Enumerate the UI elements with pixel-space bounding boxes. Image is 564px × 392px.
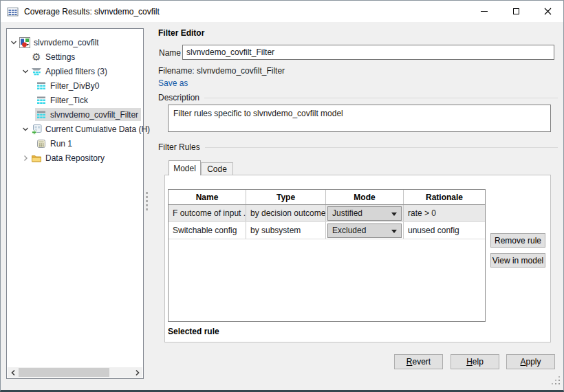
panel-splitter[interactable] [146,192,148,210]
chevron-expanded-icon[interactable] [20,124,30,134]
description-group-label: Description [158,93,558,102]
table-header-row: Name Type Mode Rationale [169,190,485,205]
scrollbar-track[interactable] [18,367,132,378]
rule-name-cell[interactable]: Switchable config [169,222,246,239]
app-table-icon [7,6,19,17]
col-header-name: Name [169,190,246,204]
scroll-left-icon[interactable] [8,367,18,378]
save-as-link[interactable]: Save as [158,78,188,88]
rule-rationale-cell[interactable]: rate > 0 [404,205,485,221]
maximize-button[interactable] [500,1,532,22]
rule-mode-cell: Excluded [326,222,404,239]
chevron-expanded-icon[interactable] [8,37,19,47]
tree-item-label: Run 1 [50,139,72,149]
selected-rule-label: Selected rule [168,327,219,336]
rule-type-cell[interactable]: by decision outcome [246,205,326,221]
filter-rules-group-label: Filter Rules [158,142,558,152]
chevron-spacer [20,52,30,62]
tree-item-run-1[interactable]: Run 1 [7,136,143,151]
tree-horizontal-scrollbar[interactable] [8,367,142,378]
applied-filters-icon [31,66,42,77]
col-header-type: Type [246,190,326,204]
chevron-down-icon [391,213,397,216]
tree-item-label: Applied filters (3) [45,67,107,76]
chevron-expanded-icon[interactable] [20,66,30,76]
divider [204,98,558,98]
filter-editor-heading: Filter Editor [158,28,204,38]
filter-icon [36,95,47,106]
tree-item-filter-divby0[interactable]: Filter_DivBy0 [7,78,143,93]
tab-code[interactable]: Code [201,162,233,175]
divider [205,147,558,148]
tree-item-cumulative-data[interactable]: Current Cumulative Data (H) [7,122,143,136]
tree-item-label: Data Repository [45,153,105,163]
filter-icon [36,80,47,91]
chevron-collapsed-icon[interactable] [20,153,30,163]
scrollbar-thumb[interactable] [19,368,109,377]
tree-item-covfilt-filter[interactable]: slvnvdemo_covfilt_Filter [7,107,143,122]
tree-item-label: slvnvdemo_covfilt [34,38,99,47]
tree-item-label: Current Cumulative Data (H) [45,124,150,134]
view-in-model-button[interactable]: View in model [490,253,545,268]
model-icon [19,37,30,48]
tree-item-model-root[interactable]: slvnvdemo_covfilt [7,35,143,50]
close-icon [544,8,552,15]
tree-item-label: slvnvdemo_covfilt_Filter [50,110,138,120]
filter-icon [36,109,47,120]
tree-item-label: Filter_Tick [50,96,88,105]
help-button[interactable]: Help [451,354,499,369]
rule-rationale-cell[interactable]: unused config [404,222,485,239]
revert-button[interactable]: Revert [394,354,443,369]
maximize-icon [513,8,519,14]
folder-icon [31,153,42,164]
filename-text: Filename: slvnvdemo_covfilt_Filter [158,66,285,76]
tree-item-data-repository[interactable]: Data Repository [7,151,143,165]
titlebar: Coverage Results: slvnvdemo_covfilt [1,1,563,22]
remove-rule-button[interactable]: Remove rule [490,233,545,248]
filter-rules-table: Name Type Mode Rationale F outcome of in… [168,189,486,322]
coverage-results-window: Coverage Results: slvnvdemo_covfilt [0,0,564,392]
chevron-down-icon [391,230,397,233]
tree-item-label: Settings [45,52,75,62]
col-header-rationale: Rationale [404,190,485,204]
minimize-icon [481,11,488,12]
mode-dropdown[interactable]: Justified [327,206,402,221]
tree-item-label: Filter_DivBy0 [50,81,99,91]
rule-mode-cell: Justified [326,205,404,221]
tab-model[interactable]: Model [169,160,201,175]
rule-type-cell[interactable]: by subsystem [246,222,326,239]
tree-item-applied-filters[interactable]: Applied filters (3) [7,64,143,78]
description-textarea[interactable]: Filter rules specific to slvnvdemo_covfi… [168,105,551,132]
filter-name-input[interactable] [182,45,554,60]
scroll-right-icon[interactable] [132,367,142,378]
gear-icon: ⚙ [31,52,42,63]
tree-item-filter-tick[interactable]: Filter_Tick [7,93,143,107]
mode-dropdown[interactable]: Excluded [327,224,402,238]
tree-item-settings[interactable]: ⚙ Settings [7,50,143,64]
rule-name-cell[interactable]: F outcome of input ... [169,205,246,221]
table-row[interactable]: Switchable config by subsystem Excluded … [169,222,485,239]
resize-grip[interactable] [552,376,561,387]
name-label: Name [159,48,181,58]
window-title: Coverage Results: slvnvdemo_covfilt [24,7,160,17]
cumulative-data-icon [31,124,42,135]
table-row[interactable]: F outcome of input ... by decision outco… [169,205,485,222]
minimize-button[interactable] [468,1,500,22]
apply-button[interactable]: Apply [506,354,555,369]
results-tree-panel: slvnvdemo_covfilt ⚙ Settings [6,28,144,379]
col-header-mode: Mode [326,190,404,204]
close-button[interactable] [532,1,563,22]
run-icon [36,138,47,149]
